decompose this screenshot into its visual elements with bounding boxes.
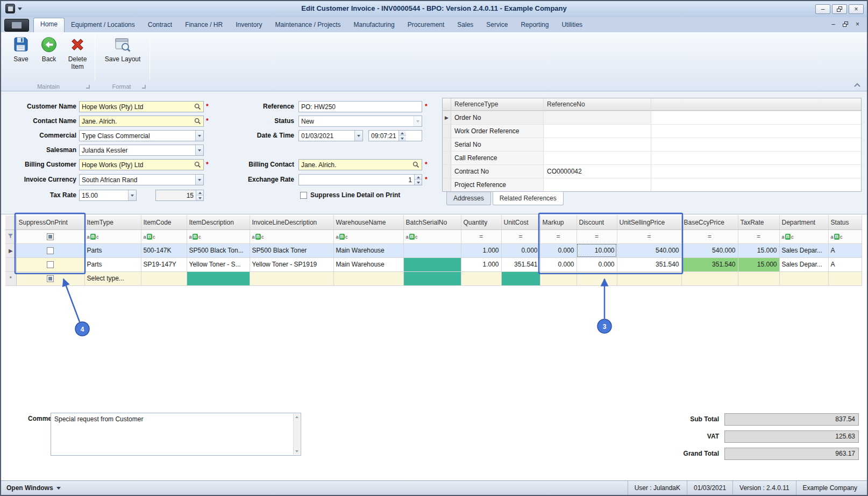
- filter-itemcode[interactable]: aBc: [141, 229, 187, 243]
- open-windows-menu[interactable]: Open Windows: [1, 484, 61, 492]
- dropdown-arrow-icon[interactable]: [354, 131, 362, 141]
- col-markup[interactable]: Markup: [540, 215, 577, 229]
- equals-filter-icon[interactable]: =: [543, 233, 574, 240]
- filter-status[interactable]: aBc: [828, 229, 862, 243]
- filter-unitsellingprice[interactable]: =: [617, 229, 681, 243]
- tab-equipment-locations[interactable]: Equipment / Locations: [65, 18, 141, 32]
- spinner-arrows-icon[interactable]: [399, 131, 406, 141]
- comment-textarea[interactable]: Special request from Customer: [51, 413, 301, 456]
- tab-utilities[interactable]: Utilities: [555, 18, 589, 32]
- cell-taxrate[interactable]: [738, 271, 779, 285]
- reference-no-cell[interactable]: [544, 111, 651, 124]
- cell-markup[interactable]: 0.000: [540, 257, 577, 271]
- cell-markup[interactable]: 0.000: [540, 243, 577, 257]
- cell-unitsellingprice[interactable]: [617, 271, 681, 285]
- filter-markup[interactable]: =: [540, 229, 577, 243]
- cell-invoicelinedescription[interactable]: Yellow Toner - SP1919: [250, 257, 333, 271]
- quick-access-toolbar[interactable]: [5, 4, 22, 13]
- cell-itemcode[interactable]: [141, 271, 187, 285]
- cell-markup[interactable]: [540, 271, 577, 285]
- restore-button[interactable]: [832, 4, 847, 14]
- cell-invoicelinedescription[interactable]: [250, 271, 333, 285]
- text-filter-icon[interactable]: aBc: [406, 234, 418, 240]
- cell-unitcost[interactable]: [501, 271, 540, 285]
- filter-quantity[interactable]: =: [461, 229, 501, 243]
- cell-quantity[interactable]: [461, 271, 501, 285]
- reference-no-cell[interactable]: [544, 138, 651, 151]
- col-itemdescription[interactable]: ItemDescription: [187, 215, 250, 229]
- tab-procurement[interactable]: Procurement: [401, 18, 451, 32]
- reference-type-cell[interactable]: Work Order Reference: [451, 125, 544, 138]
- col-taxrate[interactable]: TaxRate: [738, 215, 779, 229]
- reference-no-header[interactable]: ReferenceNo: [544, 98, 651, 111]
- equals-filter-icon[interactable]: =: [464, 233, 499, 240]
- cell-itemtype[interactable]: Parts: [84, 243, 141, 257]
- cell-unitcost[interactable]: 0.000: [501, 243, 540, 257]
- commercial-dropdown[interactable]: Type Class Commercial: [79, 130, 204, 141]
- col-itemtype[interactable]: ItemType: [84, 215, 141, 229]
- delete-item-button[interactable]: Delete Item: [63, 35, 91, 71]
- equals-filter-icon[interactable]: =: [579, 233, 615, 240]
- contact-name-input[interactable]: Jane. Alrich.: [79, 116, 204, 127]
- tab-service[interactable]: Service: [480, 18, 514, 32]
- cell-baseccyprice[interactable]: 540.000: [681, 243, 738, 257]
- col-warehousename[interactable]: WarehouseName: [333, 215, 403, 229]
- scrollbar[interactable]: [293, 414, 300, 455]
- filter-discount[interactable]: =: [577, 229, 617, 243]
- filter-itemtype[interactable]: aBc: [84, 229, 141, 243]
- cell-itemdescription[interactable]: [187, 271, 250, 285]
- filter-itemdescription[interactable]: aBc: [187, 229, 250, 243]
- checkbox-indeterminate-icon[interactable]: [47, 275, 54, 282]
- text-filter-icon[interactable]: aBc: [189, 234, 201, 240]
- mdi-minimize-button[interactable]: –: [831, 20, 835, 28]
- invoice-line-row[interactable]: Parts SP19-147Y Yellow Toner - S... Yell…: [5, 257, 862, 271]
- search-icon[interactable]: [194, 118, 201, 125]
- save-layout-button[interactable]: Save Layout: [102, 35, 143, 63]
- search-icon[interactable]: [194, 161, 201, 168]
- search-icon[interactable]: [412, 161, 419, 168]
- new-row[interactable]: * Select type...: [5, 271, 862, 285]
- tab-maintenance-projects[interactable]: Maintenance / Projects: [269, 18, 347, 32]
- search-icon[interactable]: [194, 103, 201, 110]
- cell-suppressonprint[interactable]: [16, 271, 84, 285]
- filter-suppressonprint[interactable]: [16, 229, 84, 243]
- tab-related-references[interactable]: Related References: [493, 192, 564, 205]
- equals-filter-icon[interactable]: =: [741, 233, 777, 240]
- cell-itemcode[interactable]: 500-147K: [141, 243, 187, 257]
- checkbox-icon[interactable]: [47, 247, 54, 254]
- cell-warehousename[interactable]: Main Warehouse: [333, 257, 403, 271]
- reference-row[interactable]: Project Reference: [443, 178, 861, 192]
- application-menu-button[interactable]: [4, 19, 29, 32]
- tab-addresses[interactable]: Addresses: [446, 192, 491, 205]
- suppress-line-detail-checkbox[interactable]: Suppress Line Detail on Print: [300, 191, 400, 199]
- cell-quantity[interactable]: 1.000: [461, 257, 501, 271]
- checkbox-icon[interactable]: [300, 192, 307, 199]
- save-button[interactable]: Save: [9, 35, 33, 63]
- cell-unitcost[interactable]: 351.541: [501, 257, 540, 271]
- cell-discount[interactable]: 0.000: [577, 257, 617, 271]
- cell-itemdescription[interactable]: Yellow Toner - S...: [187, 257, 250, 271]
- tab-home[interactable]: Home: [33, 18, 65, 32]
- cell-discount[interactable]: [577, 271, 617, 285]
- invoice-line-row[interactable]: ▶ Parts 500-147K SP500 Black Ton... SP50…: [5, 243, 862, 257]
- text-filter-icon[interactable]: aBc: [252, 234, 264, 240]
- cell-itemtype[interactable]: Select type...: [84, 271, 141, 285]
- cell-discount[interactable]: 10.000: [577, 243, 617, 257]
- back-button[interactable]: Back: [37, 35, 61, 63]
- tab-finance-hr[interactable]: Finance / HR: [179, 18, 229, 32]
- cell-department[interactable]: Sales Depar...: [779, 243, 828, 257]
- cell-batchserialno[interactable]: [403, 243, 461, 257]
- cell-baseccyprice[interactable]: [681, 271, 738, 285]
- checkbox-indeterminate-icon[interactable]: [47, 233, 54, 240]
- cell-itemtype[interactable]: Parts: [84, 257, 141, 271]
- cell-department[interactable]: Sales Depar...: [779, 257, 828, 271]
- dropdown-arrow-icon[interactable]: [195, 131, 203, 141]
- billing-customer-input[interactable]: Hope Works (Pty) Ltd: [79, 159, 204, 170]
- cell-status[interactable]: A: [828, 257, 862, 271]
- cell-department[interactable]: [779, 271, 828, 285]
- billing-contact-input[interactable]: Jane. Alrich.: [298, 159, 422, 170]
- tab-reporting[interactable]: Reporting: [514, 18, 555, 32]
- reference-row[interactable]: ▶ Order No: [443, 111, 861, 125]
- col-department[interactable]: Department: [779, 215, 828, 229]
- close-button[interactable]: ×: [849, 4, 864, 14]
